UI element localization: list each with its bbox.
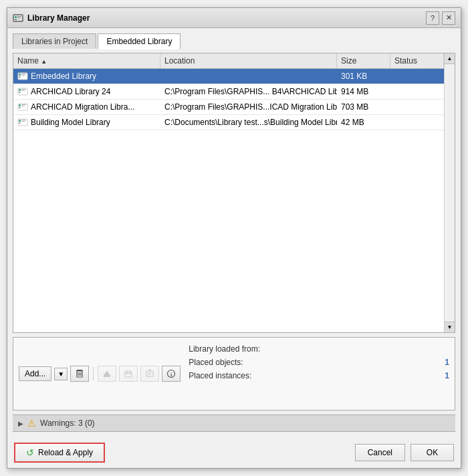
cancel-button[interactable]: Cancel: [355, 444, 405, 461]
table-body: Embedded Library 301 KB: [13, 69, 444, 332]
cell-size: 703 MB: [337, 100, 390, 114]
library-manager-dialog: Library Manager ? ✕ Libraries in Project…: [7, 7, 461, 469]
svg-rect-7: [19, 76, 21, 78]
reload-icon: ↺: [26, 447, 34, 458]
expand-icon: ▶: [18, 420, 23, 427]
placed-objects-label: Placed objects:: [189, 358, 243, 367]
title-bar: Library Manager ? ✕: [7, 8, 461, 28]
svg-rect-16: [19, 104, 21, 106]
library-button-1[interactable]: [98, 366, 116, 382]
library-button-2[interactable]: [119, 366, 138, 382]
library-icon: [17, 102, 28, 112]
svg-rect-11: [19, 89, 21, 91]
svg-marker-32: [104, 370, 110, 374]
table-row[interactable]: Embedded Library 301 KB: [13, 69, 444, 84]
svg-rect-12: [19, 92, 21, 93]
placed-instances-value: 1: [445, 371, 449, 380]
svg-rect-9: [21, 75, 25, 76]
separator: [93, 367, 94, 380]
info-placed-objects: Placed objects: 1: [189, 358, 449, 367]
col-name[interactable]: Name: [13, 53, 160, 68]
scroll-up-btn[interactable]: ▲: [445, 53, 455, 64]
chevron-down-icon: ▼: [57, 370, 64, 378]
svg-rect-3: [17, 16, 21, 17]
table-row[interactable]: Building Model Library C:\Documents\Libr…: [13, 115, 444, 130]
col-location[interactable]: Location: [160, 53, 337, 68]
svg-text:i: i: [170, 372, 172, 378]
table-wrapper: Name Location Size Status: [13, 53, 455, 332]
cell-status: [390, 115, 444, 130]
cell-size: 42 MB: [337, 115, 390, 130]
warnings-text: Warnings: 3 (0): [40, 419, 95, 428]
help-button[interactable]: ?: [426, 11, 439, 25]
svg-rect-18: [21, 104, 26, 105]
placed-instances-label: Placed instances:: [189, 371, 251, 380]
svg-rect-22: [19, 122, 21, 124]
tab-embedded-library[interactable]: Embedded Library: [98, 33, 181, 49]
svg-rect-21: [19, 120, 21, 122]
svg-rect-1: [15, 16, 17, 18]
tab-bar: Libraries in Project Embedded Library: [13, 33, 455, 49]
svg-rect-25: [77, 370, 82, 370]
svg-rect-33: [125, 372, 132, 377]
library-button-3[interactable]: [140, 366, 159, 382]
svg-rect-17: [19, 107, 21, 108]
toolbar: Add... ▼: [19, 343, 181, 404]
info-panel: Library loaded from: Placed objects: 1 P…: [189, 343, 449, 404]
cell-size: 914 MB: [337, 84, 390, 99]
placed-objects-value: 1: [445, 358, 449, 367]
library-icon: [17, 72, 28, 81]
dialog-title: Library Manager: [27, 13, 426, 23]
table-row[interactable]: ARCHICAD Library 24 C:\Program Files\GRA…: [13, 84, 444, 100]
svg-rect-24: [21, 121, 25, 122]
col-size[interactable]: Size: [337, 53, 390, 68]
info-loaded-from: Library loaded from:: [189, 344, 449, 354]
scrollbar[interactable]: ▲ ▼: [444, 53, 455, 332]
cell-status: [390, 100, 444, 114]
col-status[interactable]: Status: [390, 53, 444, 68]
dialog-icon: [13, 13, 23, 23]
warnings-bar[interactable]: ▶ ⚠ Warnings: 3 (0): [13, 414, 455, 432]
svg-rect-19: [21, 106, 25, 106]
footer: ↺ Reload & Apply Cancel OK: [7, 437, 461, 468]
dialog-content: Libraries in Project Embedded Library Na…: [7, 28, 461, 437]
svg-rect-37: [146, 371, 153, 376]
svg-rect-8: [21, 74, 26, 74]
library-icon: [17, 87, 28, 96]
cell-name: Embedded Library: [13, 69, 160, 84]
title-buttons: ? ✕: [426, 11, 455, 25]
cell-location: [160, 69, 337, 84]
cell-location: C:\Program Files\GRAPHIS... B4\ARCHICAD …: [160, 84, 337, 99]
library-table: Name Location Size Status: [13, 53, 455, 333]
svg-rect-13: [21, 89, 26, 90]
bottom-panel: Add... ▼: [13, 337, 455, 410]
delete-button[interactable]: [70, 366, 89, 382]
svg-rect-2: [15, 19, 17, 20]
cell-size: 301 KB: [337, 69, 390, 84]
info-button[interactable]: i: [162, 366, 181, 382]
cell-status: [390, 69, 444, 84]
info-placed-instances: Placed instances: 1: [189, 371, 449, 380]
loaded-from-label: Library loaded from:: [189, 344, 260, 354]
add-button[interactable]: Add...: [19, 366, 51, 381]
cell-name: ARCHICAD Library 24: [13, 84, 160, 99]
svg-rect-4: [17, 17, 20, 18]
svg-rect-23: [21, 120, 26, 120]
tab-libraries-in-project[interactable]: Libraries in Project: [13, 33, 96, 49]
cell-location: C:\Program Files\GRAPHIS...ICAD Migratio…: [160, 100, 337, 114]
reload-apply-button[interactable]: ↺ Reload & Apply: [14, 443, 105, 463]
table-main: Name Location Size Status: [13, 53, 444, 332]
close-button[interactable]: ✕: [442, 11, 455, 25]
table-row[interactable]: ARCHICAD Migration Libra... C:\Program F…: [13, 100, 444, 115]
library-icon: [17, 118, 28, 127]
ok-button[interactable]: OK: [411, 444, 454, 461]
svg-rect-31: [104, 374, 110, 377]
cell-status: [390, 84, 444, 99]
cell-name: Building Model Library: [13, 115, 160, 130]
table-header: Name Location Size Status: [13, 53, 444, 69]
svg-rect-14: [21, 90, 25, 91]
add-dropdown-button[interactable]: ▼: [54, 368, 68, 380]
warning-triangle-icon: ⚠: [27, 418, 36, 429]
scroll-down-btn[interactable]: ▼: [445, 322, 455, 332]
svg-rect-6: [19, 74, 21, 76]
